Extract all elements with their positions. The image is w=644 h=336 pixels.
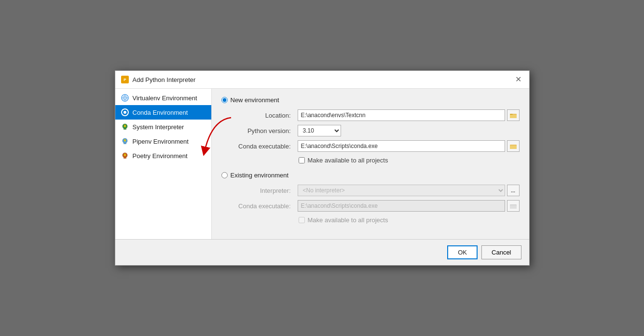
interpreter-dots-button[interactable]: ...	[507, 185, 520, 196]
pipenv-icon	[121, 137, 129, 145]
add-python-interpreter-dialog: P Add Python Interpreter ✕ Virtuale	[115, 70, 530, 266]
conda-folder-icon	[510, 143, 517, 149]
conda-executable-row	[298, 140, 520, 152]
sidebar-label-conda: Conda Environment	[133, 109, 188, 116]
new-environment-radio[interactable]	[221, 97, 228, 103]
cancel-button[interactable]: Cancel	[481, 245, 521, 259]
location-input-row	[298, 109, 520, 121]
existing-env-make-available-row: Make available to all projects	[299, 216, 520, 224]
sidebar-label-poetry: Poetry Environment	[133, 152, 188, 160]
conda-icon	[121, 108, 129, 116]
dialog-title: Add Python Interpreter	[133, 76, 196, 83]
new-environment-radio-label[interactable]: New environment	[221, 96, 520, 104]
location-input[interactable]	[298, 109, 505, 121]
svg-point-9	[124, 125, 124, 126]
existing-conda-input[interactable]	[298, 200, 505, 212]
interpreter-dropdown[interactable]: <No interpreter>	[298, 185, 505, 196]
dialog-footer: OK Cancel	[115, 239, 529, 265]
ok-button[interactable]: OK	[447, 245, 478, 259]
sidebar-label-system: System Interpreter	[133, 123, 184, 131]
new-env-form: Location: Python ve	[231, 109, 520, 152]
existing-conda-browse-button[interactable]	[507, 200, 520, 212]
new-env-make-available-checkbox[interactable]	[299, 157, 305, 163]
existing-env-make-available-checkbox[interactable]	[299, 217, 305, 223]
location-label: Location:	[231, 112, 294, 119]
dialog-icon: P	[121, 76, 129, 83]
svg-point-7	[123, 111, 126, 114]
close-button[interactable]: ✕	[514, 75, 523, 84]
python-version-row: 3.10 3.9 3.8 3.7 3.6	[298, 125, 520, 136]
new-environment-label: New environment	[231, 96, 279, 104]
svg-rect-20	[510, 115, 517, 118]
existing-environment-radio-label[interactable]: Existing environment	[221, 172, 520, 179]
dialog-body: Virtualenv Environment Conda Environment	[115, 89, 529, 239]
svg-point-14	[124, 154, 126, 156]
existing-environment-label: Existing environment	[231, 172, 289, 179]
system-icon	[121, 123, 129, 131]
interpreter-label: Interpreter:	[231, 187, 294, 194]
existing-environment-section: Existing environment Interpreter: <No in…	[221, 172, 520, 224]
existing-conda-label: Conda executable:	[231, 202, 294, 210]
svg-point-16	[125, 154, 125, 155]
svg-text:P: P	[123, 78, 126, 82]
python-version-select[interactable]: 3.10 3.9 3.8 3.7 3.6	[298, 125, 341, 136]
svg-point-13	[125, 140, 125, 140]
svg-rect-24	[510, 205, 517, 209]
svg-point-12	[124, 140, 124, 140]
conda-executable-input[interactable]	[298, 140, 505, 152]
conda-executable-label: Conda executable:	[231, 143, 294, 150]
svg-rect-22	[510, 146, 517, 149]
sidebar-item-pipenv[interactable]: Pipenv Environment	[115, 134, 211, 148]
new-environment-section: New environment Location:	[221, 96, 520, 164]
existing-env-make-available-label: Make available to all projects	[308, 216, 388, 224]
virtualenv-icon	[121, 94, 129, 102]
interpreter-row: <No interpreter> ...	[298, 185, 520, 196]
poetry-icon	[121, 152, 129, 160]
svg-point-8	[124, 125, 126, 127]
sidebar-item-conda[interactable]: Conda Environment	[115, 105, 211, 120]
svg-point-15	[124, 154, 124, 155]
sidebar-item-virtualenv[interactable]: Virtualenv Environment	[115, 91, 211, 105]
title-bar: P Add Python Interpreter ✕	[115, 71, 529, 89]
main-content: New environment Location:	[212, 89, 529, 239]
existing-conda-row	[298, 200, 520, 212]
sidebar-label-pipenv: Pipenv Environment	[133, 138, 189, 145]
sidebar: Virtualenv Environment Conda Environment	[115, 89, 212, 239]
existing-environment-radio[interactable]	[221, 172, 228, 178]
new-env-make-available-label: Make available to all projects	[308, 157, 388, 164]
location-browse-button[interactable]	[507, 109, 520, 121]
existing-env-form: Interpreter: <No interpreter> ... Conda …	[231, 185, 520, 212]
svg-point-10	[125, 125, 125, 126]
sidebar-item-system[interactable]: System Interpreter	[115, 120, 211, 134]
svg-point-11	[124, 139, 126, 142]
conda-executable-browse-button[interactable]	[507, 140, 520, 152]
title-bar-left: P Add Python Interpreter	[121, 76, 196, 83]
python-version-label: Python version:	[231, 127, 294, 134]
sidebar-label-virtualenv: Virtualenv Environment	[133, 94, 197, 102]
sidebar-item-poetry[interactable]: Poetry Environment	[115, 148, 211, 163]
folder-icon	[510, 112, 517, 118]
existing-folder-icon	[510, 203, 517, 209]
new-env-make-available-row: Make available to all projects	[299, 157, 520, 164]
